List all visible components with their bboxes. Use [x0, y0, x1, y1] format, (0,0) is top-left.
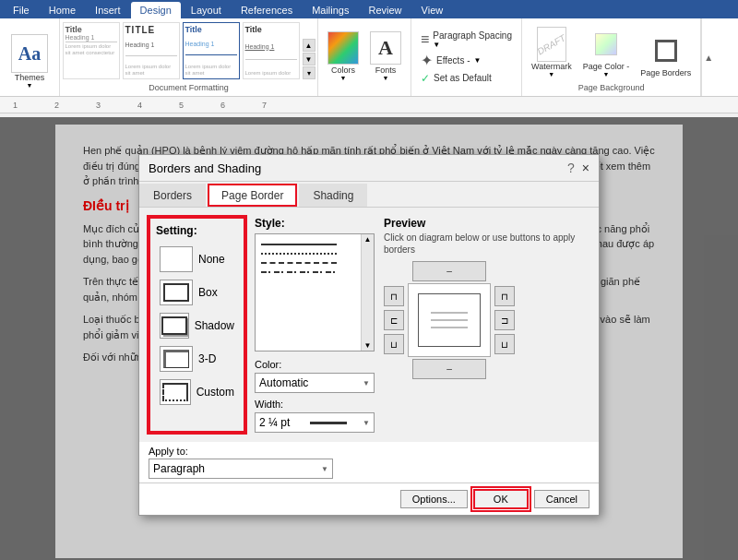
box-icon	[160, 280, 193, 305]
custom-border-preview	[162, 383, 188, 401]
color-select[interactable]: Automatic ▼	[255, 373, 375, 393]
watermark-button[interactable]: DRAFT Watermark ▼	[530, 25, 574, 79]
apply-to-section: Apply to: Paragraph ▼	[139, 442, 599, 483]
page-borders-button[interactable]: Page Borders	[638, 31, 693, 79]
styles-more[interactable]: ▾	[303, 66, 315, 79]
preview-left-btn[interactable]: ⊏	[384, 310, 404, 330]
style-item-1[interactable]: Title Heading 1 Lorem ipsum dolor sit am…	[63, 22, 120, 79]
scroll-down-btn[interactable]: ▼	[363, 340, 373, 351]
tab-review[interactable]: Review	[360, 2, 411, 18]
colors-button[interactable]: Colors ▼	[326, 30, 361, 83]
ribbon-group-colors-fonts: Colors ▼ A Fonts ▼	[318, 18, 411, 96]
apply-to-label: Apply to:	[149, 446, 589, 457]
shadow-border-preview	[161, 316, 187, 335]
cancel-button[interactable]: Cancel	[534, 490, 589, 508]
tab-view[interactable]: View	[412, 2, 453, 18]
dialog-footer: Options... OK Cancel	[139, 483, 599, 515]
preview-bottom-right-btn[interactable]: ⊔	[494, 334, 515, 354]
ribbon-group-effects: ≡ Paragraph Spacing ▼ ✦ Effects - ▼ ✓ Se…	[411, 18, 522, 96]
setting-section: Setting: None	[149, 217, 245, 433]
tab-home[interactable]: Home	[40, 2, 85, 18]
preview-top-btn[interactable]: ─	[412, 261, 486, 281]
tab-borders[interactable]: Borders	[139, 184, 206, 207]
apply-to-dropdown-arrow: ▼	[321, 465, 328, 473]
style-listbox[interactable]: ▲ ▼	[255, 233, 375, 351]
tab-shading[interactable]: Shading	[299, 184, 367, 207]
dialog-overlay: Borders and Shading ? × Borders Page Bor…	[0, 117, 738, 560]
preview-right-btn[interactable]: ⊐	[494, 310, 515, 330]
themes-label: Themes	[15, 73, 45, 82]
none-label: None	[198, 253, 225, 266]
colors-icon	[327, 31, 359, 65]
preview-top-left-btn[interactable]: ⊓	[384, 286, 404, 306]
setting-none[interactable]: None	[156, 243, 238, 276]
ribbon-group-themes: Aa Themes ▼	[0, 18, 60, 96]
style-scrollbar[interactable]: ▲ ▼	[361, 234, 374, 351]
apply-to-select[interactable]: Paragraph ▼	[149, 459, 333, 479]
ribbon: File Home Insert Design Layout Reference…	[0, 0, 738, 97]
setting-box[interactable]: Box	[156, 276, 238, 309]
options-button[interactable]: Options...	[400, 490, 468, 508]
ribbon-group-doc-formatting: Title Heading 1 Lorem ipsum dolor sit am…	[60, 18, 318, 96]
paragraph-spacing-button[interactable]: ≡ Paragraph Spacing ▼	[421, 30, 512, 49]
ribbon-tabs-row: File Home Insert Design Layout Reference…	[0, 0, 738, 18]
preview-top-right-btn[interactable]: ⊓	[494, 286, 515, 306]
tab-file[interactable]: File	[4, 2, 39, 18]
page-borders-label: Page Borders	[640, 68, 691, 77]
width-select[interactable]: 2 ¼ pt ▼	[255, 412, 375, 433]
dialog-title: Borders and Shading	[149, 161, 261, 175]
dialog-title-bar: Borders and Shading ? ×	[139, 155, 599, 182]
preview-bottom-btn[interactable]: ─	[412, 359, 486, 379]
style-item-2[interactable]: TITLE Heading 1 Lorem ipsum dolor sit am…	[123, 22, 180, 79]
fonts-button[interactable]: A Fonts ▼	[368, 30, 403, 83]
preview-inner-box	[418, 293, 481, 347]
style-item-3[interactable]: Title Heading 1 Lorem ipsum dolor sit am…	[183, 22, 240, 79]
3d-icon	[160, 346, 193, 372]
tab-layout[interactable]: Layout	[182, 2, 231, 18]
preview-left-buttons: ⊓ ⊏ ⊔	[384, 286, 404, 354]
setting-custom[interactable]: Custom	[156, 375, 238, 409]
colors-label: Colors	[331, 66, 355, 75]
setting-shadow[interactable]: Shadow	[156, 309, 238, 342]
tab-page-border[interactable]: Page Border	[208, 184, 297, 207]
page-bg-items: DRAFT Watermark ▼ Page Color - ▼	[530, 22, 693, 79]
dialog-help-button[interactable]: ?	[567, 161, 575, 175]
style-item-4[interactable]: Title Heading 1 Lorem ipsum dolor	[243, 22, 300, 79]
tab-design[interactable]: Design	[131, 2, 181, 18]
scroll-up-btn[interactable]: ▲	[363, 234, 373, 244]
3d-border-preview	[163, 350, 189, 368]
none-border-preview	[163, 250, 189, 268]
themes-button[interactable]: Aa Themes ▼	[9, 32, 50, 90]
page-color-label: Page Color -	[583, 62, 630, 71]
ok-button[interactable]: OK	[473, 489, 529, 509]
apply-to-value: Paragraph	[153, 462, 205, 475]
style-list-items	[256, 234, 361, 351]
watermark-label: Watermark	[531, 62, 572, 71]
ruler: 1 2 3 4 5 6 7	[0, 97, 738, 113]
page-color-button[interactable]: Page Color - ▼	[581, 25, 632, 79]
ribbon-content: Aa Themes ▼ Title Heading 1 Lorem ipsum …	[0, 18, 738, 97]
set-as-default-label: Set as Default	[434, 73, 492, 83]
tab-mailings[interactable]: Mailings	[303, 2, 358, 18]
dialog-close-button[interactable]: ×	[582, 161, 589, 175]
page-color-icon	[591, 27, 621, 62]
cf-items: Colors ▼ A Fonts ▼	[326, 22, 403, 90]
themes-icon: Aa	[11, 34, 48, 73]
3d-label: 3-D	[198, 352, 216, 365]
setting-3d[interactable]: 3-D	[156, 342, 238, 375]
ribbon-group-page-background: DRAFT Watermark ▼ Page Color - ▼	[522, 18, 701, 96]
styles-scroll-up[interactable]: ▲	[303, 39, 315, 52]
preview-center: ─ ─	[408, 261, 491, 379]
styles-scroll-down[interactable]: ▼	[303, 53, 315, 66]
ribbon-collapse-button[interactable]: ▲	[701, 18, 715, 96]
page-borders-icon	[651, 33, 681, 68]
preview-bottom-left-btn[interactable]: ⊔	[384, 334, 404, 354]
tab-insert[interactable]: Insert	[86, 2, 130, 18]
tab-references[interactable]: References	[232, 2, 302, 18]
effects-label: Effects -	[436, 55, 470, 66]
fonts-icon: A	[370, 31, 401, 65]
setting-label: Setting:	[156, 224, 238, 237]
set-as-default-button[interactable]: ✓ Set as Default	[421, 72, 492, 85]
box-label: Box	[198, 286, 218, 299]
effects-button[interactable]: ✦ Effects - ▼	[421, 52, 481, 69]
